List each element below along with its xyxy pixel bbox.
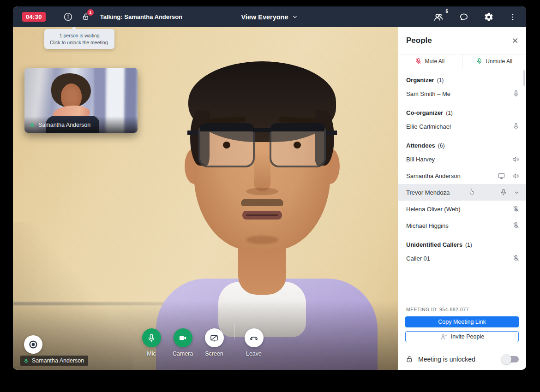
meeting-lock-row: Meeting is unlocked xyxy=(398,348,526,370)
lock-status-label: Meeting is unlocked xyxy=(418,356,475,363)
mic-icon xyxy=(147,333,156,343)
waiting-room-tooltip: 1 person is waiting Click to unlock the … xyxy=(44,29,114,49)
view-mode-label: View Everyone xyxy=(241,13,288,21)
participant-row[interactable]: Caller 01 xyxy=(398,250,526,267)
speaker-icon[interactable] xyxy=(512,172,520,180)
participant-row[interactable]: Ellie Carlmichael xyxy=(398,118,526,135)
waiting-count-badge: 1 xyxy=(87,9,94,16)
scrollbar-thumb[interactable] xyxy=(523,70,525,86)
section-header-co-organizer: Co-organizer (1) xyxy=(398,102,526,118)
chat-icon[interactable] xyxy=(459,12,469,22)
recording-indicator[interactable] xyxy=(24,335,42,354)
mic-muted-icon xyxy=(415,58,422,65)
section-header-attendees: Attendees (6) xyxy=(398,135,526,151)
tooltip-line-1: 1 person is waiting xyxy=(50,32,109,39)
view-mode-selector[interactable]: View Everyone xyxy=(241,6,298,27)
info-icon[interactable] xyxy=(63,12,73,22)
camera-button[interactable]: Camera xyxy=(167,328,198,357)
close-icon[interactable] xyxy=(511,37,519,44)
camera-icon xyxy=(178,333,187,343)
topbar: 04:30 1 Talking: Samantha Anderson View … xyxy=(13,6,526,27)
panel-footer: MEETING ID: 954-882-077 Copy Meeting Lin… xyxy=(398,301,526,348)
lock-meeting-toggle[interactable] xyxy=(501,356,519,362)
mic-button[interactable]: Mic xyxy=(136,328,167,357)
chevron-down-icon xyxy=(292,14,298,20)
people-panel-header: People xyxy=(398,27,526,54)
section-header-organizer: Organizer (1) xyxy=(398,69,526,85)
participant-row[interactable]: Michael Higgins xyxy=(398,217,526,234)
participant-row[interactable]: Helena Oliver (Web) xyxy=(398,201,526,217)
person-plus-icon xyxy=(440,333,448,341)
mic-icon[interactable] xyxy=(512,123,520,130)
mic-icon[interactable] xyxy=(512,90,520,97)
section-header-unidentified: Unidentified Callers (1) xyxy=(398,234,526,250)
unlock-icon xyxy=(405,355,414,363)
mic-muted-icon[interactable] xyxy=(512,255,520,262)
pip-name-label: Samantha Anderson xyxy=(24,116,138,133)
leave-button[interactable]: Leave xyxy=(238,328,270,357)
copy-meeting-link-button[interactable]: Copy Meeting Link xyxy=(405,316,519,327)
mute-controls-row: Mute All Unmute All xyxy=(398,54,526,68)
more-options-icon[interactable] xyxy=(509,13,517,21)
mic-icon xyxy=(476,58,483,65)
mic-icon xyxy=(23,358,29,364)
screen-share-off-icon xyxy=(210,333,219,343)
mic-icon xyxy=(29,122,35,128)
people-panel-icon[interactable]: 6 xyxy=(433,12,444,23)
participant-row[interactable]: Bill Harvey xyxy=(398,151,526,167)
panel-title: People xyxy=(406,36,432,45)
speaker-icon[interactable] xyxy=(512,155,520,163)
invite-people-button[interactable]: Invite People xyxy=(405,331,519,342)
meeting-timer: 04:30 xyxy=(22,12,46,22)
hang-up-icon xyxy=(249,333,259,343)
meeting-window: 04:30 1 Talking: Samantha Anderson View … xyxy=(13,6,526,370)
main-video-stage: Samantha Anderson Samantha Anderson xyxy=(13,27,398,370)
mute-all-button[interactable]: Mute All xyxy=(398,54,462,68)
participant-row[interactable]: Samantha Anderson xyxy=(398,167,526,184)
tooltip-line-2: Click to unlock the meeting. xyxy=(50,39,109,46)
hand-cursor-icon xyxy=(468,188,476,196)
participant-row[interactable]: Sam Smith – Me xyxy=(398,85,526,102)
talking-indicator: Talking: Samantha Anderson xyxy=(100,13,182,20)
meeting-id: MEETING ID: 954-882-077 xyxy=(406,307,519,312)
active-speaker-tag: Samantha Anderson xyxy=(20,356,88,366)
record-icon xyxy=(28,339,39,350)
screen-share-button[interactable]: Screen xyxy=(198,328,230,357)
people-panel: People Mute All Unmute All xyxy=(398,27,526,370)
chevron-down-icon[interactable] xyxy=(514,190,520,196)
unmute-all-button[interactable]: Unmute All xyxy=(462,54,527,68)
settings-gear-icon[interactable] xyxy=(484,12,494,22)
screen-share-icon[interactable] xyxy=(498,172,505,180)
participant-count: 6 xyxy=(445,9,448,14)
pip-thumbnail[interactable]: Samantha Anderson xyxy=(24,68,138,133)
mic-icon[interactable] xyxy=(500,189,507,196)
participant-row-hovered[interactable]: Trevor Mendoza xyxy=(398,184,526,201)
mic-muted-icon[interactable] xyxy=(512,205,520,213)
lock-meeting-icon[interactable]: 1 xyxy=(81,12,90,21)
participant-list[interactable]: Organizer (1) Sam Smith – Me Co-organize… xyxy=(398,68,526,301)
mic-muted-icon[interactable] xyxy=(512,222,520,229)
